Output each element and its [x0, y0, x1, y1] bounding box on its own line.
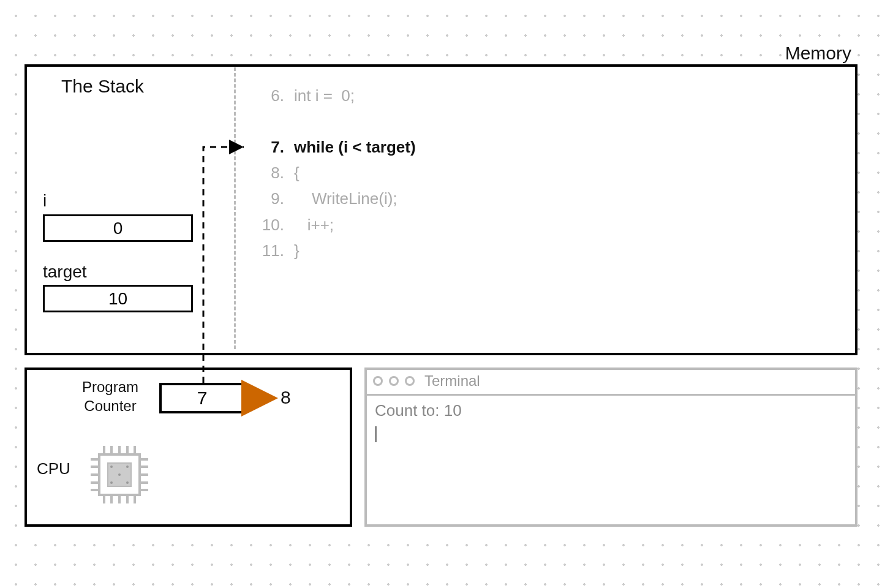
svg-point-6 — [118, 473, 121, 476]
code-line: 7.while (i < target) — [251, 134, 416, 160]
stack-title: The Stack — [61, 76, 144, 97]
code-line-number: 10. — [251, 212, 284, 238]
code-line-text: i++; — [294, 216, 334, 234]
cpu-label: CPU — [37, 459, 70, 478]
code-line: 10. i++; — [251, 212, 416, 238]
code-line-number: 7. — [251, 134, 284, 160]
memory-label: Memory — [785, 43, 851, 64]
code-line-number: 8. — [251, 160, 284, 186]
svg-point-3 — [126, 466, 129, 468]
code-line-number: 9. — [251, 186, 284, 211]
terminal-output: Count to: 10 — [375, 399, 462, 444]
window-dot-icon — [373, 376, 383, 386]
pc-label-line1: Program — [82, 379, 138, 395]
variable-i-value: 0 — [113, 219, 123, 238]
code-line-number: 6. — [251, 83, 284, 108]
terminal-prompt: Count to: — [375, 401, 444, 420]
svg-point-2 — [110, 466, 113, 468]
variable-i-label: i — [43, 191, 47, 211]
code-line: 9. WriteLine(i); — [251, 186, 416, 211]
code-line: 6.int i = 0; — [251, 83, 416, 108]
code-line: 11.} — [251, 238, 416, 263]
code-line-text: WriteLine(i); — [294, 189, 398, 208]
variable-target-value: 10 — [108, 289, 127, 309]
program-counter-value-box: 7 — [159, 383, 245, 413]
terminal-input-value: 10 — [444, 401, 462, 420]
variable-target-value-box: 10 — [43, 285, 193, 312]
memory-divider — [234, 67, 236, 349]
program-counter-label: Program Counter — [67, 377, 153, 415]
terminal-cursor-icon — [375, 426, 377, 442]
window-dot-icon — [389, 376, 399, 386]
svg-point-4 — [110, 481, 113, 484]
code-line — [251, 108, 416, 134]
code-line-text: int i = 0; — [294, 86, 355, 105]
code-line-text: while (i < target) — [294, 138, 416, 156]
cpu-chip-icon — [86, 441, 153, 508]
code-line-number: 11. — [251, 238, 284, 263]
code-line-text: } — [294, 241, 300, 260]
svg-point-5 — [126, 481, 129, 484]
code-listing: 6.int i = 0;7.while (i < target)8.{9. Wr… — [251, 83, 416, 263]
window-dot-icon — [405, 376, 415, 386]
code-line: 8.{ — [251, 160, 416, 186]
terminal-titlebar: Terminal — [364, 368, 858, 396]
code-line-text: { — [294, 164, 300, 182]
variable-target-label: target — [43, 262, 87, 282]
terminal-title: Terminal — [424, 372, 480, 390]
program-counter-value: 7 — [197, 388, 208, 409]
variable-i-value-box: 0 — [43, 214, 193, 242]
pc-label-line2: Counter — [84, 398, 136, 414]
program-counter-next: 8 — [281, 387, 291, 408]
